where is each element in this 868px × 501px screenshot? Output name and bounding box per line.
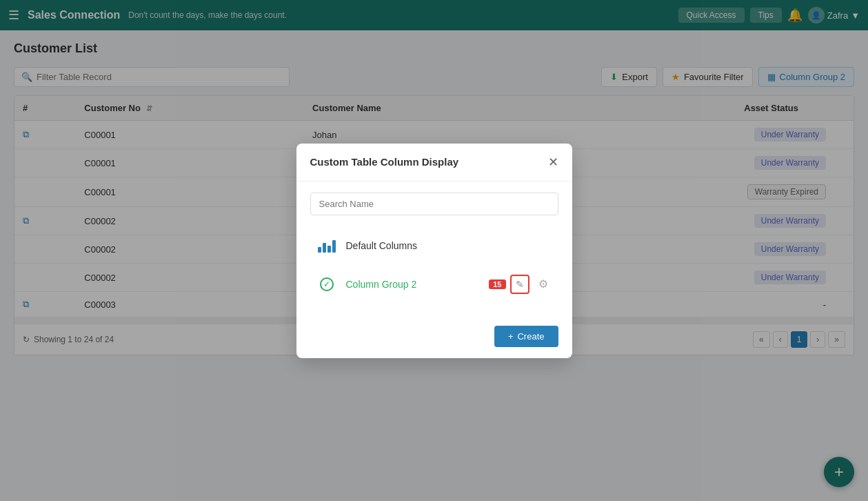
modal-header: Custom Table Column Display ✕ — [296, 144, 572, 181]
item-actions: 15 ✎ ⚙ — [489, 275, 552, 294]
list-item[interactable]: ✓ Column Group 2 15 ✎ ⚙ — [310, 265, 558, 304]
list-item[interactable]: Default Columns — [310, 226, 558, 265]
default-columns-label: Default Columns — [346, 240, 418, 251]
modal-title: Custom Table Column Display — [310, 156, 459, 168]
create-button[interactable]: + Create — [494, 326, 558, 347]
chart-icon — [316, 235, 338, 257]
check-icon: ✓ — [316, 273, 338, 295]
column-count-badge: 15 — [489, 279, 505, 289]
modal-search-input[interactable] — [310, 193, 558, 215]
modal-overlay: Custom Table Column Display ✕ Def — [0, 0, 868, 366]
edit-column-button[interactable]: ✎ — [510, 275, 529, 294]
modal-close-button[interactable]: ✕ — [548, 155, 558, 170]
plus-icon: + — [508, 331, 514, 342]
bar-chart-icon — [318, 239, 336, 253]
settings-button[interactable]: ⚙ — [534, 275, 553, 294]
modal-body: Default Columns ✓ Column Group 2 15 ✎ ⚙ — [296, 181, 572, 315]
modal-footer: + Create — [296, 315, 572, 358]
column-group-2-label: Column Group 2 — [346, 279, 417, 290]
custom-column-modal: Custom Table Column Display ✕ Def — [296, 144, 572, 358]
check-circle-icon: ✓ — [320, 277, 334, 291]
create-label: Create — [517, 331, 544, 342]
modal-column-list: Default Columns ✓ Column Group 2 15 ✎ ⚙ — [310, 226, 558, 304]
